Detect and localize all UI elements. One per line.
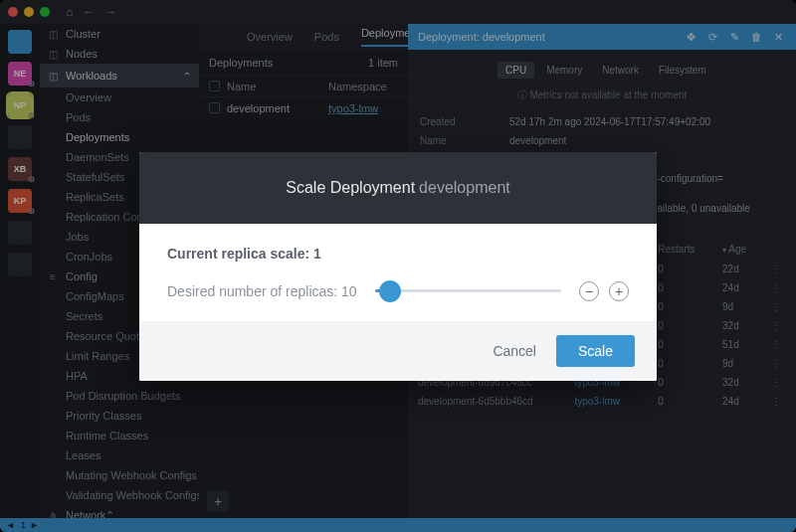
- slider-thumb[interactable]: [379, 280, 401, 302]
- modal-title: Scale Deployment development: [139, 152, 657, 224]
- modal-title-target: development: [419, 179, 510, 197]
- scale-deployment-modal: Scale Deployment development Current rep…: [139, 152, 657, 381]
- replica-slider[interactable]: [375, 279, 561, 303]
- scale-button[interactable]: Scale: [556, 335, 635, 367]
- modal-overlay[interactable]: Scale Deployment development Current rep…: [0, 0, 796, 532]
- app-window: ⌂ ← → NE⚙NP⚙XB⚙KP⚙ ◫Cluster◫Nodes◫Worklo…: [0, 0, 796, 532]
- cancel-button[interactable]: Cancel: [493, 343, 536, 359]
- desired-replicas-label: Desired number of replicas: 10: [167, 283, 357, 299]
- current-replica-label: Current replica scale: 1: [167, 246, 629, 262]
- decrement-button[interactable]: −: [579, 281, 599, 301]
- modal-title-action: Scale Deployment: [286, 179, 415, 197]
- increment-button[interactable]: +: [609, 281, 629, 301]
